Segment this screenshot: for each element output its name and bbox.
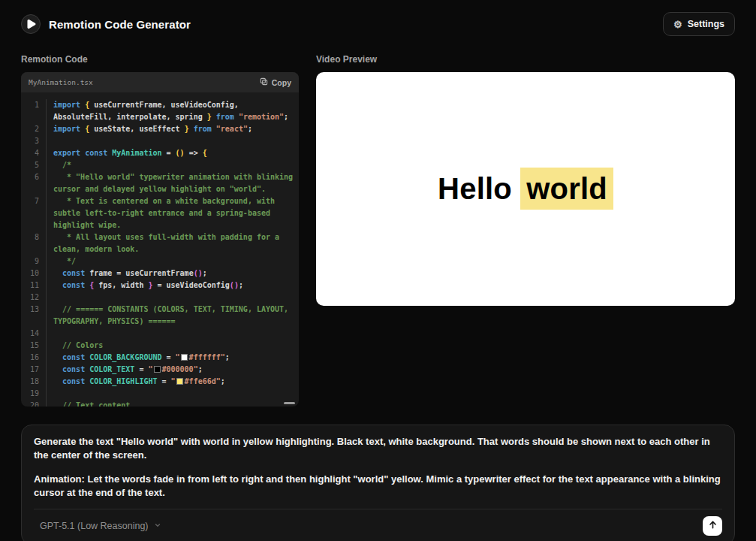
code-line: 19	[21, 388, 299, 400]
gear-icon: ⚙	[673, 20, 682, 29]
code-line-text: const frame = useCurrentFrame();	[47, 267, 299, 280]
line-number: 1	[21, 99, 47, 123]
code-editor-panel: MyAnimation.tsx Copy 1import { useCurren…	[21, 72, 299, 407]
code-line: 2import { useState, useEffect } from "re…	[21, 123, 299, 135]
code-line: 3	[21, 135, 299, 147]
code-line-text	[47, 388, 299, 400]
code-line-text: import { useCurrentFrame, useVideoConfig…	[47, 99, 299, 123]
color-swatch-icon	[176, 378, 183, 385]
code-line-text: * Text is centered on a white background…	[47, 195, 299, 231]
line-number: 16	[21, 352, 47, 364]
brand: Remotion Code Generator	[21, 14, 191, 34]
code-line: 8 * All layout uses full-width with padd…	[21, 231, 299, 255]
prompt-text-line2: Animation: Let the words fade in from le…	[34, 473, 722, 499]
line-number: 18	[21, 376, 47, 388]
code-line-text	[47, 135, 299, 147]
preview-text-highlighted: world	[520, 168, 613, 210]
line-number: 3	[21, 135, 47, 147]
line-number: 5	[21, 159, 47, 171]
code-scrollbar-thumb[interactable]	[284, 402, 295, 404]
code-line-text: // Colors	[47, 340, 299, 352]
code-line-text: */	[47, 255, 299, 267]
line-number: 20	[21, 400, 47, 407]
code-line-text: /*	[47, 159, 299, 171]
settings-label: Settings	[688, 19, 724, 29]
code-line: 20 // Text content	[21, 400, 299, 407]
code-line: 5 /*	[21, 159, 299, 171]
code-line: 18 const COLOR_HIGHLIGHT = "#ffe66d";	[21, 376, 299, 388]
model-selector[interactable]: GPT-5.1 (Low Reasoning)	[34, 516, 167, 536]
line-number: 11	[21, 280, 47, 292]
code-line-text	[47, 328, 299, 340]
prompt-composer: Generate the text "Hello world" with wor…	[21, 425, 735, 541]
composer-toolbar: GPT-5.1 (Low Reasoning)	[34, 516, 722, 536]
page-title: Remotion Code Generator	[49, 18, 191, 31]
code-line-text: // ====== CONSTANTS (COLORS, TEXT, TIMIN…	[47, 304, 299, 328]
arrow-up-icon	[708, 520, 718, 532]
video-preview: Hello world	[316, 72, 735, 306]
line-number: 6	[21, 171, 47, 195]
line-number: 13	[21, 304, 47, 328]
prompt-input[interactable]: Generate the text "Hello world" with wor…	[34, 435, 722, 499]
code-line: 14	[21, 328, 299, 340]
code-line-text: // Text content	[47, 400, 299, 407]
code-line: 4export const MyAnimation = () => {	[21, 147, 299, 159]
code-filename: MyAnimation.tsx	[29, 78, 93, 86]
code-line-text: export const MyAnimation = () => {	[47, 147, 299, 159]
line-number: 9	[21, 255, 47, 267]
code-line: 15 // Colors	[21, 340, 299, 352]
code-line-text: const COLOR_TEXT = "#000000";	[47, 364, 299, 376]
color-swatch-icon	[154, 366, 161, 373]
chevron-down-icon	[154, 521, 161, 531]
copy-label: Copy	[272, 78, 291, 87]
code-line-text: * All layout uses full-width with paddin…	[47, 231, 299, 255]
code-lines: 1import { useCurrentFrame, useVideoConfi…	[21, 99, 299, 407]
code-line-text: const COLOR_HIGHLIGHT = "#ffe66d";	[47, 376, 299, 388]
preview-section-label: Video Preview	[316, 54, 735, 65]
line-number: 7	[21, 195, 47, 231]
line-number: 2	[21, 123, 47, 135]
code-body: 1import { useCurrentFrame, useVideoConfi…	[21, 92, 299, 407]
preview-text-plain: Hello	[438, 172, 520, 205]
code-editor-header: MyAnimation.tsx Copy	[21, 72, 299, 92]
remotion-logo-icon	[21, 14, 41, 34]
line-number: 17	[21, 364, 47, 376]
line-number: 10	[21, 267, 47, 280]
code-line-text: import { useState, useEffect } from "rea…	[47, 123, 299, 135]
line-number: 8	[21, 231, 47, 255]
copy-icon	[260, 77, 268, 87]
color-swatch-icon	[181, 354, 188, 361]
line-number: 12	[21, 292, 47, 304]
code-section-label: Remotion Code	[21, 54, 299, 65]
code-line: 17 const COLOR_TEXT = "#000000";	[21, 364, 299, 376]
code-line: 12	[21, 292, 299, 304]
copy-button[interactable]: Copy	[260, 77, 291, 87]
code-line: 1import { useCurrentFrame, useVideoConfi…	[21, 99, 299, 123]
submit-button[interactable]	[703, 516, 722, 536]
line-number: 4	[21, 147, 47, 159]
code-line-text	[47, 292, 299, 304]
code-line: 13 // ====== CONSTANTS (COLORS, TEXT, TI…	[21, 304, 299, 328]
line-number: 19	[21, 388, 47, 400]
preview-text: Hello world	[438, 172, 613, 206]
line-number: 14	[21, 328, 47, 340]
main-content: Remotion Code MyAnimation.tsx Copy 1impo…	[0, 48, 756, 407]
code-line-text: const { fps, width } = useVideoConfig();	[47, 280, 299, 292]
code-line: 10 const frame = useCurrentFrame();	[21, 267, 299, 280]
preview-column: Video Preview Hello world	[316, 48, 735, 306]
line-number: 15	[21, 340, 47, 352]
settings-button[interactable]: ⚙ Settings	[663, 12, 735, 36]
code-line: 7 * Text is centered on a white backgrou…	[21, 195, 299, 231]
model-selector-label: GPT-5.1 (Low Reasoning)	[40, 521, 149, 531]
code-column: Remotion Code MyAnimation.tsx Copy 1impo…	[21, 48, 299, 407]
code-line: 6 * "Hello world" typewriter animation w…	[21, 171, 299, 195]
code-line: 11 const { fps, width } = useVideoConfig…	[21, 280, 299, 292]
prompt-text-line1: Generate the text "Hello world" with wor…	[34, 435, 722, 461]
code-line-text: const COLOR_BACKGROUND = "#ffffff";	[47, 352, 299, 364]
app-header: Remotion Code Generator ⚙ Settings	[0, 0, 756, 48]
code-line: 9 */	[21, 255, 299, 267]
code-line-text: * "Hello world" typewriter animation wit…	[47, 171, 299, 195]
composer-divider	[34, 509, 722, 509]
code-line: 16 const COLOR_BACKGROUND = "#ffffff";	[21, 352, 299, 364]
